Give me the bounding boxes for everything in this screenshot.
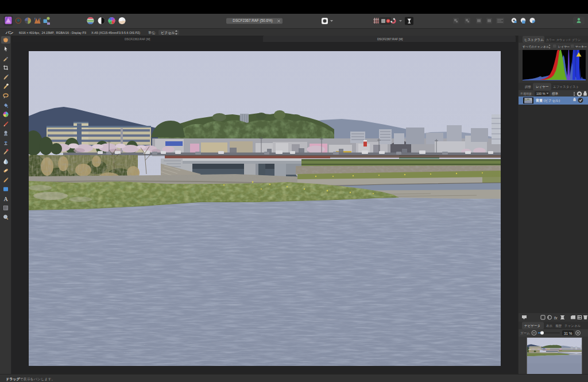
svg-text:スウォッチ: スウォッチ	[556, 38, 571, 41]
svg-text:エフェ: エフェ	[553, 85, 563, 88]
svg-text:DSCF2367.RAF (50.6%): DSCF2367.RAF (50.6%)	[233, 18, 272, 23]
svg-text:ナビゲータ: ナビゲータ	[524, 324, 540, 327]
svg-text:レイヤー: レイヤー	[536, 85, 548, 88]
svg-text:チャンネル: チャンネル	[564, 324, 581, 327]
svg-text:A: A	[3, 196, 8, 202]
svg-text:すべてのチャンネル: すべてのチャンネル	[523, 45, 549, 48]
svg-text:ズーム: ズーム	[520, 331, 530, 335]
svg-text:履歴: 履歴	[555, 324, 562, 327]
svg-text:31 %: 31 %	[564, 331, 572, 335]
svg-text:背景 (ピクセル): 背景 (ピクセル)	[535, 98, 560, 103]
svg-text:fx: fx	[554, 316, 558, 320]
svg-text:ヒストグラム: ヒストグラム	[524, 38, 544, 41]
svg-text:ブラシ: ブラシ	[572, 38, 581, 41]
svg-text:調整: 調整	[525, 85, 532, 88]
svg-text:100 %: 100 %	[536, 92, 546, 95]
svg-text:スタイ: スタイ	[563, 85, 572, 88]
svg-text:マーキー: マーキー	[575, 45, 587, 48]
svg-text:カラー: カラー	[546, 38, 555, 41]
svg-text:標準: 標準	[552, 92, 559, 96]
svg-text:レイヤー: レイヤー	[558, 45, 570, 48]
svg-text:表示: 表示	[546, 324, 553, 327]
svg-text:スト: スト	[572, 85, 579, 88]
svg-text:不透明度:: 不透明度:	[520, 92, 532, 96]
